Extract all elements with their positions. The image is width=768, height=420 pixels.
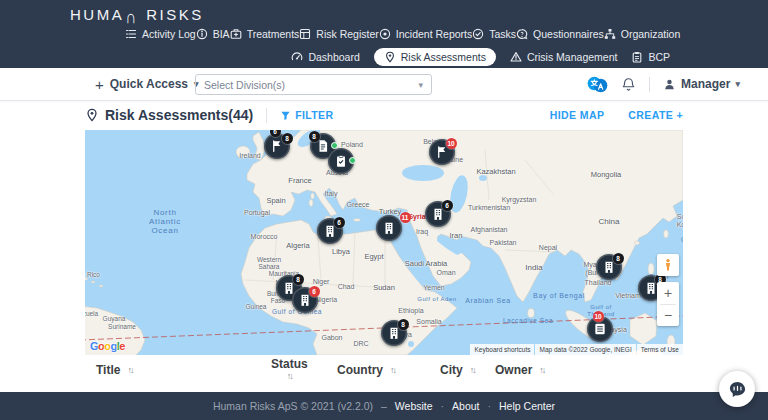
filter-button[interactable]: FILTER [280,109,333,121]
division-select-placeholder: Select Division(s) [204,79,285,91]
map-marker-badge[interactable]: 11 [392,204,418,230]
nav-item-bia[interactable]: BIA [196,28,230,40]
divider [266,108,267,123]
check-icon [472,28,484,40]
street-view-pegman-button[interactable] [657,254,679,276]
map-marker-building[interactable]: 8 [381,320,407,346]
zoom-out-button[interactable]: − [657,305,679,327]
marker-count-badge: 6 [334,217,345,228]
map-marker-building[interactable]: 8 [596,254,622,280]
translate-icon[interactable] [587,76,608,93]
sitemap-icon [604,28,616,40]
warning-icon [510,51,522,63]
column-header-owner[interactable]: Owner↑↓ [495,355,544,385]
divider [649,77,650,92]
nav-item-tasks[interactable]: Tasks [472,28,516,40]
marker-count-badge: 6 [270,130,281,137]
column-header-title[interactable]: Title↑↓ [96,355,132,385]
nav-item-activity-log[interactable]: Activity Log [125,28,196,40]
map-marker-building[interactable]: 6 [425,201,451,227]
brand-logo-right: RISKS [146,6,204,23]
sort-arrows-icon[interactable]: ↑↓ [127,365,132,375]
clipcheck-icon [334,154,348,168]
target-icon [379,28,391,40]
quick-access-button[interactable]: + Quick Access ▾ [95,68,199,100]
column-header-status[interactable]: Status↑↓ [271,355,308,389]
chevron-down-icon: ▾ [418,80,423,90]
funnel-icon [280,110,291,121]
user-avatar-icon [663,78,676,91]
column-label: City [440,363,463,377]
menu-icon [593,322,607,336]
chat-messenger-button[interactable] [719,371,755,407]
sort-arrows-icon[interactable]: ↑↓ [539,365,544,375]
page-title: Risk Assessments(44) [105,107,253,123]
nav-item-organization[interactable]: Organization [604,28,681,40]
quick-access-label: Quick Access [110,77,188,91]
footer-link-website[interactable]: Website [395,400,433,412]
nav-item-label: Questionnaires [533,28,604,40]
nav-item-risk-assessments[interactable]: Risk Assessments [374,48,496,66]
nav-item-label: BIA [213,28,230,40]
marker-status-dot [349,157,356,164]
marker-count-badge: 8 [282,133,293,144]
sort-arrows-icon[interactable]: ↑↓ [287,371,292,382]
medkit-icon [230,28,242,40]
zoom-in-button[interactable]: + [657,282,679,304]
nav-item-treatments[interactable]: Treatments [230,28,300,40]
nav-item-dashboard[interactable]: Dashboard [291,51,359,63]
footer-link-about[interactable]: About [452,400,479,412]
notifications-bell-icon[interactable] [621,77,636,92]
copyright-text: Human Risks ApS © 2021 (v2.2.0) [213,400,373,412]
location-pin-icon [85,108,99,122]
nav-item-label: Organization [621,28,681,40]
user-name: Manager [681,77,730,91]
map-marker-clipcheck[interactable] [328,148,354,174]
toolbar: + Quick Access ▾ Select Division(s) ▾ Ma… [0,68,768,101]
list-icon [125,28,137,40]
nav-item-bcp[interactable]: BCP [631,51,670,63]
column-header-country[interactable]: Country↑↓ [337,355,395,385]
nav-item-label: Risk Assessments [401,51,486,63]
primary-nav: Activity LogBIATreatmentsRisk RegisterIn… [125,28,673,40]
marker-count-badge: 11 [400,212,411,223]
chat-icon [516,28,528,40]
plus-icon: + [95,76,104,93]
brand-logo-glyph: ∩ [125,6,138,27]
nav-item-label: Tasks [489,28,516,40]
keyboard-shortcuts-link[interactable]: Keyboard shortcuts [470,344,534,355]
map-zoom-control: + − [657,282,679,326]
map-marker-building[interactable]: 6 [317,218,343,244]
sort-arrows-icon[interactable]: ↑↓ [390,365,395,375]
nav-item-incident-reports[interactable]: Incident Reports [379,28,472,40]
results-table-header: Title↑↓Status↑↓Country↑↓City↑↓Owner↑↓ [85,355,683,385]
gauge-icon [291,51,303,63]
nav-item-crisis-management[interactable]: Crisis Management [510,51,617,63]
column-header-city[interactable]: City↑↓ [440,355,475,385]
map-marker-building[interactable]: 6 [292,287,318,313]
info-icon [196,28,208,40]
map-data-credit: Map data ©2022 Google, INEGI [535,344,635,355]
map-canvas[interactable]: North Atlantic OceanPuerto RicoVenezuela… [85,130,683,355]
app-header: HUMA∩ RISKS Activity LogBIATreatmentsRis… [0,0,768,68]
nav-item-risk-register[interactable]: Risk Register [299,28,378,40]
sort-arrows-icon[interactable]: ↑↓ [470,365,475,375]
footer-separator: · [441,400,445,412]
map-marker-flag[interactable]: 10 [429,139,455,165]
marker-count-badge: 6 [442,200,453,211]
brand-logo-left: HUMA [70,6,124,23]
nav-item-questionnaires[interactable]: Questionnaires [516,28,604,40]
map-marker-flag[interactable]: 68 [264,133,290,159]
terms-of-use-link[interactable]: Terms of Use [637,344,683,355]
create-button[interactable]: CREATE + [628,109,683,121]
file-icon [316,139,330,153]
brand-logo: HUMA∩ RISKS [70,6,204,23]
footer-link-help-center[interactable]: Help Center [499,400,555,412]
hide-map-button[interactable]: HIDE MAP [550,109,605,121]
page-title-bar: Risk Assessments(44) FILTER HIDE MAP CRE… [85,100,683,130]
map-marker-menu[interactable]: 10 [587,316,613,342]
user-menu[interactable]: Manager ▾ [663,77,740,91]
division-select[interactable]: Select Division(s) ▾ [195,74,432,95]
column-label: Title [96,363,120,377]
nav-item-label: Crisis Management [527,51,617,63]
